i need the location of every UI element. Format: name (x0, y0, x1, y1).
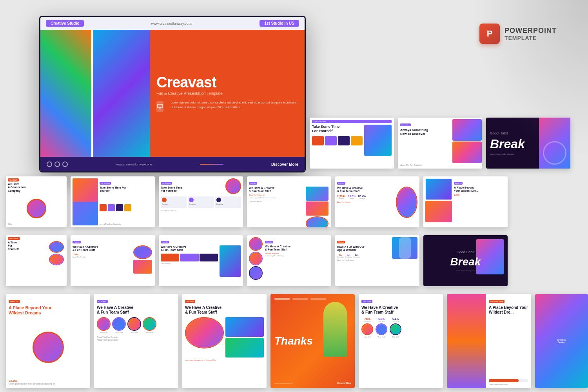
slide-r4-0-desc: Lorem ipsum dolor sit amet consectetur a… (9, 383, 87, 385)
slide-tag-right: 1st Studio In US (260, 20, 299, 27)
slide-r2-3[interactable]: Portfolio We Have A Creative& Fun Team S… (247, 176, 331, 227)
slide-r3-0[interactable]: Our Services A TimeForYourself (6, 235, 67, 286)
slide-r3-5[interactable]: Good Habit Break www.creavastfunway.co.a… (423, 235, 508, 286)
slide-r3-4-tag: Mockup (337, 241, 345, 243)
nav-circle-1 (47, 162, 52, 167)
slide-r2-2[interactable]: Our Services Take Some TimeFor Yourself … (159, 176, 243, 227)
slide-r4-2-title: We Have A Creative& Fun Team Staff (185, 305, 264, 315)
slide-r2-2-tag: Our Services (161, 182, 172, 185)
slide-r4-0-title: A Place Beyond YourWildest Dreams (9, 305, 87, 316)
nav-circle-3 (62, 162, 68, 167)
slide-r2-5-stat: 2,300+ (454, 194, 506, 196)
slide-r1-3-title: Break (490, 137, 535, 151)
slide-r3-4-sub: About The Fun Creativity (337, 259, 390, 261)
slide-r2-5-tag: About Us (454, 182, 463, 185)
slide-top-bar: Creative Studio www.creavastfunway.co.ar… (40, 17, 305, 30)
slide-r2-3-title: We Have A Creative& Fun Team Staff (249, 187, 304, 193)
slide-r3-4-title: Have A Fun With OurApp & Website (337, 245, 390, 252)
svg-rect-0 (158, 104, 162, 108)
slide-r4-3[interactable]: Thanks www.creavastfunway.co.ar Discover… (270, 294, 355, 388)
slide-r3-5-title: Break (450, 256, 481, 268)
slide-r1-1-tag: Find Solutions (312, 120, 392, 123)
slide-tag-left: Creative Studio (46, 20, 84, 27)
slide-r4-1-title: We Have A Creative& Fun Team Staff (97, 305, 176, 315)
slide-r1-2-title: Always SomethingNew To Discover (400, 128, 448, 136)
slide-r2-3-discover: Discover More (249, 200, 304, 203)
nav-circle-2 (54, 162, 60, 167)
slide-r2-4-stat1: 2,300+ (337, 195, 346, 198)
slide-r4-4[interactable]: Our Staff We Have A Creative& Fun Team S… (359, 294, 443, 388)
slide-r2-0-tag: Our Staff (8, 178, 19, 181)
slide-r4-3-title: Thanks (274, 335, 313, 347)
slide-r3-5-tag: Good Habit (457, 250, 475, 254)
slide-r4-2[interactable]: Portfolio We Have A Creative& Fun Team S… (182, 294, 267, 388)
slide-r2-1[interactable]: Our Services Take Some Time ForYourself … (71, 176, 155, 227)
slide-r2-4-label2: Share (348, 198, 356, 200)
slide-r3-5-url: www.creavastfunway.co.ar (456, 270, 475, 272)
slide-r4-4-label1: Our Staff (361, 321, 373, 323)
slide-r2-2-title: Take Some TimeFor Yourself (161, 186, 182, 193)
slide-r4-4-p3: Work Staff (390, 336, 401, 338)
slide-r3-0-title: A TimeForYourself (8, 241, 48, 251)
slide-r2-0-stat: 79% (8, 223, 65, 225)
slide-r3-1-tag: Portfolio (73, 241, 81, 243)
slide-r2-4-stat2: 63.9% (348, 195, 356, 198)
slide-r1-2[interactable]: Introduction Always SomethingNew To Disc… (398, 118, 482, 169)
slide-r4-1-p1: Team Staff (97, 332, 111, 334)
slide-r4-1[interactable]: Our Staff We Have A Creative& Fun Team S… (94, 294, 178, 388)
slide-r2-4[interactable]: Portfolio We Have A Creative& Fun Team S… (335, 176, 419, 227)
slide-r4-4-title: We Have A Creative& Fun Team Staff (361, 305, 440, 315)
slide-r2-0-title: We HaveA ConnectionCompany (8, 183, 65, 192)
slide-main-title: Creavast (156, 75, 298, 90)
slide-r4-5[interactable]: Discover More A Place Beyond YourWildest… (447, 294, 531, 388)
slide-r1-2-tag: Introduction (400, 123, 411, 126)
slide-r4-1-sub: About The Fun CreativityAbout The Fun Cr… (97, 336, 176, 341)
slide-r4-4-stat3: 64% (390, 317, 401, 321)
ppt-sub-label: TEMPLATE (505, 35, 557, 41)
slide-r4-2-tag: Portfolio (185, 300, 195, 303)
slide-r3-2[interactable]: Portfolio We Have A Creative& Fun Team S… (159, 235, 243, 286)
slide-discover-btn[interactable]: Discover More (271, 162, 298, 167)
slide-r4-6[interactable]: CreativeDesign (535, 294, 588, 388)
slide-r4-5-title: A Place Beyond YourWildest Dre... (489, 305, 528, 315)
slide-r2-0[interactable]: Our Staff We HaveA ConnectionCompany 79% (6, 176, 67, 227)
slide-r3-1[interactable]: Portfolio We Have A Creative& Fun Team S… (71, 235, 155, 286)
slide-r4-4-p2: Work Staff (376, 336, 387, 338)
slide-icon (156, 101, 163, 112)
main-featured-slide[interactable]: Creative Studio www.creavastfunway.co.ar… (39, 16, 306, 172)
slide-r2-4-stat3: 85.4% (358, 195, 366, 198)
slide-r3-1-sub: About The Portfolio (73, 256, 132, 258)
slide-r2-2-item2: Creativity (189, 203, 212, 205)
slide-r2-4-tag: Portfolio (337, 182, 345, 185)
slide-r3-3[interactable]: Portfolio We Have A Creative& Fun Team S… (247, 235, 331, 286)
slide-r4-5-sub: Lorem ipsum dolor sit amet (489, 383, 528, 385)
slide-r2-5[interactable]: About Us A Place BeyondYour Wildest Dre.… (423, 176, 508, 227)
slide-r2-1-tag: Our Services (100, 182, 111, 185)
slide-r4-4-tag: Our Staff (361, 300, 372, 303)
slide-images (40, 30, 150, 157)
slide-center-url: www.creavastfunway.co.ar (151, 22, 192, 25)
slide-r1-1[interactable]: Find Solutions Take Some TimeFor Yoursel… (310, 118, 394, 169)
slide-r2-1-title: Take Some Time ForYourself (100, 186, 153, 193)
slide-r3-1-stat: 2,300+ (73, 253, 132, 256)
slide-image-right (93, 30, 150, 157)
ppt-icon: P (479, 24, 500, 44)
slide-r2-5-title: A Place BeyondYour Wildest Dre... (454, 186, 506, 193)
slide-r3-3-desc: Is Currently Whole Working (265, 255, 329, 257)
slide-r1-3-sub: Lorem ipsum dolor sit amet (490, 153, 535, 155)
slide-r1-3[interactable]: Good Habit Break Lorem ipsum dolor sit a… (486, 118, 570, 169)
slide-r2-3-sub: About The Portfolio 02 (249, 194, 304, 196)
slide-r3-1-title: We Have A Creative& Fun Team Staff (73, 245, 132, 252)
slide-r4-1-tag: Our Staff (97, 300, 108, 303)
slide-r3-2-title: We Have A Creative& Fun Team Staff (161, 245, 218, 252)
slide-r4-2-bottom: www.creavastfunway.co.ar — Discover More (185, 359, 264, 361)
slide-r3-4[interactable]: Mockup Have A Fun With OurApp & Website … (335, 235, 419, 286)
slide-r3-0-tag: Our Services (8, 237, 20, 240)
slide-r4-0[interactable]: About Us A Place Beyond YourWildest Drea… (6, 294, 90, 388)
slide-r4-1-p4: Team Staff (143, 332, 156, 334)
slide-r2-2-sub: About The Portfolio 02 (161, 210, 241, 212)
slide-r3-3-sub: Short For Inspiration... (265, 252, 329, 254)
slide-r4-4-label3: Our Skill (390, 321, 401, 323)
slide-footer-url: www.creavastfunway.co.ar (116, 163, 152, 166)
slide-r2-4-label1: Projects (337, 198, 346, 200)
